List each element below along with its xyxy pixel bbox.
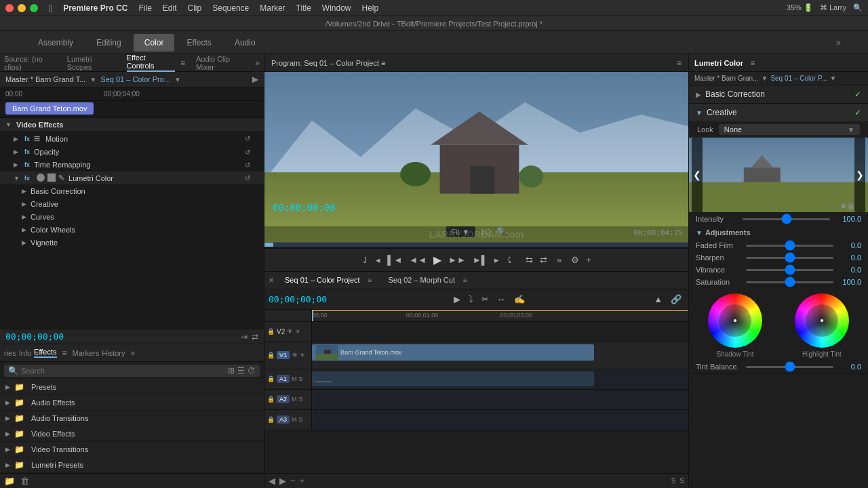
- v2-mute-icon[interactable]: ☀: [295, 328, 300, 335]
- highlight-tint-circle[interactable]: [795, 293, 849, 348]
- sharpen-slider[interactable]: [746, 257, 833, 259]
- video-effects-header[interactable]: ▼ Video Effects: [0, 118, 264, 132]
- effects-list-icon[interactable]: ☰: [237, 366, 245, 375]
- ec-icon-2[interactable]: ⇄: [252, 332, 258, 342]
- bc-enabled-check[interactable]: ✓: [854, 89, 861, 99]
- tl-zoom-in-icon[interactable]: +: [300, 476, 305, 486]
- play-button[interactable]: ▶: [433, 253, 441, 266]
- a3-mute-btn[interactable]: M: [292, 416, 297, 423]
- prev-look-button[interactable]: ❮: [692, 138, 703, 212]
- v1-mute-icon[interactable]: ☀: [300, 352, 305, 359]
- panel-tab-info[interactable]: Info: [19, 349, 31, 357]
- ec-icon-1[interactable]: ⇥: [241, 332, 248, 342]
- look-select[interactable]: None ▼: [719, 124, 860, 135]
- zoom-icon[interactable]: 🔍: [496, 226, 507, 237]
- tl-slip-tool[interactable]: ↔: [494, 293, 509, 306]
- clip-pill-label[interactable]: Barn Grand Teton.mov: [5, 102, 94, 115]
- skip-forward-icon[interactable]: ►▌: [473, 255, 488, 265]
- menu-clip[interactable]: Clip: [188, 3, 202, 13]
- effect-controls-tab[interactable]: Effect Controls: [127, 54, 175, 72]
- program-menu-icon[interactable]: ≡: [677, 58, 682, 68]
- v1-eye-icon[interactable]: 👁: [292, 352, 298, 359]
- audio-clip-mixer-tab[interactable]: Audio Clip Mixer: [196, 55, 250, 71]
- panel-expand-icon[interactable]: »: [255, 58, 260, 68]
- effects-search-bar[interactable]: 🔍 ⊞ ☰ ⏱: [4, 365, 260, 377]
- tl-select-tool[interactable]: ▶: [451, 293, 463, 306]
- a2-badge[interactable]: A2: [277, 395, 290, 403]
- seq1-menu-icon[interactable]: ≡: [368, 277, 372, 284]
- a1-audio-clip[interactable]: ⎯⎯⎯⎯⎯: [312, 371, 594, 386]
- ec-menu-icon[interactable]: ≡: [180, 58, 185, 68]
- v1-clip-block[interactable]: Barn Grand Teton.mov: [312, 344, 594, 361]
- settings-icon[interactable]: ⚙: [571, 255, 579, 265]
- tl-forward-icon[interactable]: ▶: [279, 476, 286, 486]
- shuttle-forward-icon[interactable]: ⤹: [506, 255, 513, 265]
- shuttle-back-icon[interactable]: ⤸: [361, 255, 369, 265]
- effects-grid-icon[interactable]: ⊞: [228, 366, 235, 375]
- panel-tab-series[interactable]: ries: [4, 349, 16, 357]
- search-input[interactable]: [21, 367, 222, 375]
- shadow-tint-circle[interactable]: [708, 293, 762, 348]
- a1-lock-icon[interactable]: 🔒: [267, 375, 275, 382]
- v1-lock-icon[interactable]: 🔒: [267, 352, 275, 359]
- menu-help[interactable]: Help: [362, 3, 379, 13]
- tint-balance-slider[interactable]: [746, 366, 833, 368]
- lumetri-reset-icon[interactable]: ↺: [245, 174, 250, 182]
- source-tab[interactable]: Source: (no clips): [4, 55, 62, 71]
- add-marker-icon[interactable]: +: [586, 255, 591, 265]
- ec-play-icon[interactable]: ▶: [252, 75, 258, 84]
- motion-reset-icon[interactable]: ↺: [245, 135, 250, 142]
- ec-clip-dropdown[interactable]: ▼: [90, 76, 96, 83]
- a3-solo-btn[interactable]: S: [299, 416, 303, 423]
- panel-tab-effects[interactable]: Effects: [34, 348, 56, 358]
- video-transitions-header[interactable]: ▶ 📁 Video Transitions: [0, 442, 264, 457]
- tl-link-icon[interactable]: 🔗: [668, 293, 684, 306]
- a1-badge[interactable]: A1: [277, 375, 290, 383]
- lm-clip-dropdown[interactable]: ▼: [761, 75, 768, 82]
- tab-chevron-icon[interactable]: »: [836, 38, 841, 47]
- effects-menu-icon[interactable]: ≡: [62, 348, 67, 358]
- tl-razor-tool[interactable]: ✂: [479, 293, 492, 306]
- a3-lock-icon[interactable]: 🔒: [267, 416, 275, 423]
- tab-assembly[interactable]: Assembly: [27, 34, 84, 52]
- v2-lock-icon[interactable]: 🔒: [267, 328, 275, 335]
- a2-content[interactable]: [312, 390, 688, 409]
- seq1-tab[interactable]: Seq 01 – Color Project: [282, 274, 363, 285]
- basic-correction-section-header[interactable]: ▶ Basic Correction ✓: [689, 85, 868, 103]
- close-button[interactable]: [5, 4, 14, 12]
- opacity-effect-row[interactable]: ▶ fx Opacity ↺: [0, 146, 264, 159]
- time-remap-row[interactable]: ▶ fx Time Remapping ↺: [0, 159, 264, 171]
- effects-clock-icon[interactable]: ⏱: [248, 366, 256, 375]
- maximize-button[interactable]: [30, 4, 38, 12]
- tab-audio[interactable]: Audio: [224, 34, 267, 52]
- seq1-close-icon[interactable]: ✕: [269, 277, 274, 284]
- video-effects-tree-header[interactable]: ▶ 📁 Video Effects: [0, 426, 264, 441]
- tl-back-icon[interactable]: ◀: [269, 476, 275, 486]
- insert-icon[interactable]: ⇆: [526, 255, 533, 265]
- tab-color[interactable]: Color: [134, 34, 175, 52]
- motion-effect-row[interactable]: ▶ fx ⊞ Motion ↺: [0, 132, 264, 146]
- skip-back-icon[interactable]: ▌◄: [387, 255, 402, 265]
- seq2-tab[interactable]: Seq 02 – Morph Cut: [386, 274, 458, 285]
- intensity-slider[interactable]: [743, 218, 830, 220]
- ec-seq-dropdown[interactable]: ▼: [174, 76, 181, 83]
- menu-edit[interactable]: Edit: [163, 3, 177, 13]
- search-icon[interactable]: 🔍: [853, 3, 863, 12]
- creative-section-header[interactable]: ▼ Creative ✓: [689, 104, 868, 121]
- vibrance-slider[interactable]: [746, 269, 833, 271]
- lm-seq-dropdown[interactable]: ▼: [830, 75, 837, 82]
- tl-snap-icon[interactable]: ▲: [651, 293, 665, 306]
- a2-solo-btn[interactable]: S: [299, 396, 303, 403]
- panel-tab-markers[interactable]: Markers: [73, 349, 100, 357]
- lumetri-color-row[interactable]: ▼ fx ✎ Lumetri Color ↺: [0, 171, 264, 185]
- creative-row[interactable]: ▶ Creative: [0, 198, 264, 211]
- menu-window[interactable]: Window: [322, 3, 351, 13]
- a1-content[interactable]: ⎯⎯⎯⎯⎯: [312, 369, 688, 389]
- curves-row[interactable]: ▶ Curves: [0, 211, 264, 224]
- ec-seq-name[interactable]: Seq 01 – Color Pro...: [100, 75, 170, 83]
- time-remap-reset-icon[interactable]: ↺: [245, 161, 250, 169]
- menu-marker[interactable]: Marker: [260, 3, 285, 13]
- menu-file[interactable]: File: [139, 3, 152, 13]
- basic-correction-row[interactable]: ▶ Basic Correction: [0, 185, 264, 198]
- minimize-button[interactable]: [18, 4, 26, 12]
